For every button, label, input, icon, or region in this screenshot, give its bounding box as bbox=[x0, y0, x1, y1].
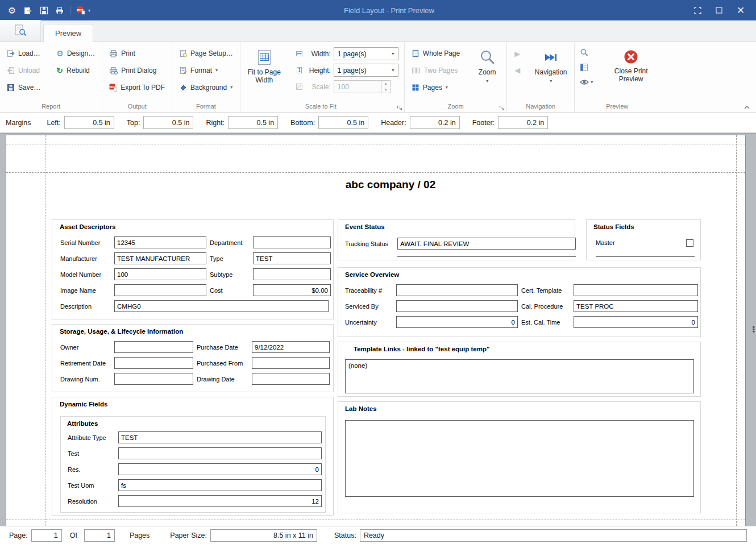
pages-dropdown-icon: ▾ bbox=[446, 85, 448, 90]
toolbar-separator bbox=[70, 6, 70, 15]
page-number-input[interactable]: 1 bbox=[31, 529, 62, 542]
app-button[interactable] bbox=[0, 20, 41, 41]
margin-footer-input[interactable]: 0.2 in bbox=[498, 116, 548, 129]
margin-right-input[interactable]: 0.5 in bbox=[228, 116, 278, 129]
window-title: Field Layout - Print Preview bbox=[90, 6, 688, 15]
load-layout-icon[interactable] bbox=[20, 3, 35, 18]
margins-title: Margins bbox=[6, 119, 31, 127]
pdf-export-icon[interactable]: PDF bbox=[73, 3, 88, 18]
save-report-button[interactable]: Save… bbox=[3, 80, 44, 94]
settings-gear-icon[interactable]: ⚙ bbox=[5, 3, 19, 18]
group-label-output: Output bbox=[105, 102, 169, 112]
attributes-title: Attributes bbox=[67, 420, 98, 427]
two-pages-icon bbox=[412, 67, 421, 74]
format-icon bbox=[179, 67, 187, 74]
print-dialog-icon bbox=[109, 67, 118, 74]
spin-down-icon[interactable]: ▼ bbox=[382, 87, 390, 93]
pages-label: Pages bbox=[130, 531, 149, 539]
zoom-dialog-launcher-icon[interactable] bbox=[499, 105, 505, 111]
margin-bottom-input[interactable]: 0.5 in bbox=[318, 116, 368, 129]
close-icon[interactable]: ✕ bbox=[731, 2, 750, 18]
fit-to-page-width-button[interactable]: Fit to Page Width bbox=[243, 46, 285, 85]
next-page-icon[interactable]: ▶ bbox=[510, 49, 525, 58]
owner-label: Owner bbox=[60, 344, 111, 351]
export-pdf-button[interactable]: PDF Export To PDF bbox=[105, 80, 169, 94]
scale-spinner[interactable]: 100 ▲▼ bbox=[334, 80, 391, 93]
design-button[interactable]: ⚙ Design… bbox=[52, 46, 99, 60]
scale-icon bbox=[296, 83, 303, 90]
description-value: CMHG0 bbox=[114, 300, 329, 312]
previous-page-icon[interactable]: ◀ bbox=[510, 66, 525, 74]
margin-header-label: Header: bbox=[381, 119, 406, 127]
print-dialog-button[interactable]: Print Dialog bbox=[105, 63, 169, 77]
format-button[interactable]: Format ▾ bbox=[175, 63, 237, 77]
left-margin-guide bbox=[45, 135, 45, 526]
res-label: Res. bbox=[68, 466, 115, 473]
height-value: 1 page(s) bbox=[338, 67, 367, 74]
resolution-label: Resolution bbox=[68, 498, 115, 505]
navigation-button[interactable]: Navigation ▾ bbox=[530, 46, 571, 84]
whole-page-button[interactable]: Whole Page bbox=[408, 46, 464, 60]
fullscreen-icon[interactable] bbox=[688, 2, 707, 18]
margin-left-label: Left: bbox=[47, 119, 60, 127]
template-links-value: (none) bbox=[348, 362, 367, 369]
maximize-icon[interactable] bbox=[709, 2, 729, 18]
visibility-button[interactable]: ▾ bbox=[578, 77, 595, 87]
bottom-margin-guide bbox=[6, 520, 745, 520]
tab-preview[interactable]: Preview bbox=[43, 24, 93, 42]
resolution-value: 12 bbox=[118, 495, 322, 507]
description-label: Description bbox=[60, 303, 111, 310]
pages-button[interactable]: Pages ▾ bbox=[408, 80, 464, 94]
image-name-label: Image Name bbox=[60, 287, 111, 294]
scale-spin-buttons[interactable]: ▲▼ bbox=[381, 81, 390, 93]
document-map-button[interactable] bbox=[578, 62, 595, 72]
width-dropdown-icon[interactable]: ▾ bbox=[388, 48, 398, 60]
close-print-preview-button[interactable]: Close Print Preview bbox=[605, 46, 657, 84]
page-setup-button[interactable]: Page Setup… bbox=[175, 46, 237, 60]
of-label: Of bbox=[70, 531, 77, 539]
search-button[interactable] bbox=[578, 47, 595, 57]
group-label-format: Format bbox=[175, 102, 237, 112]
traceability-label: Traceability # bbox=[345, 287, 393, 294]
collapse-ribbon-icon[interactable] bbox=[743, 105, 750, 110]
zoom-button[interactable]: Zoom ▾ bbox=[471, 46, 504, 84]
margin-top-input[interactable]: 0.5 in bbox=[143, 116, 193, 129]
search-icon bbox=[580, 48, 588, 57]
whole-page-icon bbox=[412, 49, 419, 57]
preview-page[interactable]: abc company / 02 Asset Descriptors Seria… bbox=[6, 135, 746, 526]
manufacturer-label: Manufacturer bbox=[60, 255, 111, 262]
margin-left-input[interactable]: 0.5 in bbox=[64, 116, 114, 129]
unload-button[interactable]: Unload bbox=[3, 63, 44, 77]
report-title: abc company / 02 bbox=[45, 178, 736, 191]
section-lab-notes: Lab Notes bbox=[338, 401, 701, 513]
two-pages-button[interactable]: Two Pages bbox=[408, 63, 464, 77]
print-icon bbox=[109, 49, 118, 57]
height-dropdown-icon[interactable]: ▾ bbox=[388, 64, 398, 76]
background-button[interactable]: Background ▾ bbox=[175, 80, 237, 94]
section-service-overview: Service Overview Traceability # Cert. Te… bbox=[338, 267, 701, 337]
print-button[interactable]: Print bbox=[105, 46, 169, 60]
save-icon[interactable] bbox=[36, 3, 51, 18]
asset-descriptors-title: Asset Descriptors bbox=[60, 223, 115, 230]
rebuild-button[interactable]: ↻ Rebuild bbox=[52, 63, 99, 77]
scale-value: 100 bbox=[338, 83, 349, 91]
purchased-from-value bbox=[252, 357, 330, 369]
margin-header-input[interactable]: 0.2 in bbox=[410, 116, 460, 129]
event-status-title: Event Status bbox=[345, 223, 385, 230]
preview-area: abc company / 02 Asset Descriptors Seria… bbox=[0, 133, 756, 526]
unload-label: Unload bbox=[18, 67, 40, 74]
zoom-dropdown-icon: ▾ bbox=[486, 78, 488, 84]
height-select[interactable]: 1 page(s) ▾ bbox=[334, 64, 398, 77]
width-select[interactable]: 1 page(s) ▾ bbox=[334, 47, 398, 60]
export-pdf-label: Export To PDF bbox=[121, 84, 165, 92]
export-pdf-icon: PDF bbox=[109, 84, 117, 92]
load-button[interactable]: Load… bbox=[3, 46, 44, 60]
unload-icon bbox=[7, 67, 15, 74]
spin-up-icon[interactable]: ▲ bbox=[382, 81, 390, 87]
quick-print-icon[interactable] bbox=[52, 3, 67, 18]
scale-to-fit-dialog-launcher-icon[interactable] bbox=[397, 105, 402, 111]
cost-label: Cost bbox=[210, 287, 250, 294]
splitter-handle[interactable]: ••• bbox=[752, 326, 755, 333]
service-overview-title: Service Overview bbox=[345, 271, 399, 278]
subtype-value bbox=[253, 268, 331, 280]
